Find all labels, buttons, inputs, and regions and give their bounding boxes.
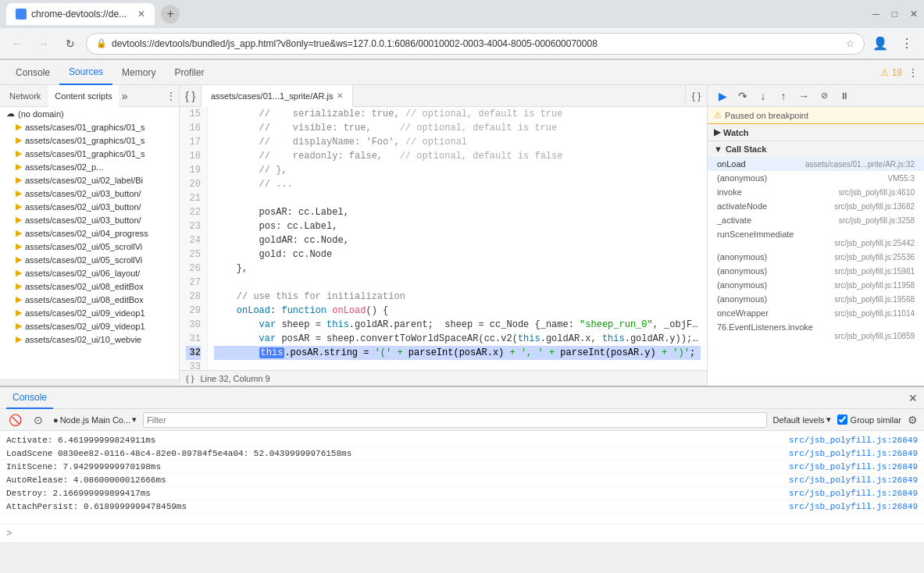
- clear-console-button[interactable]: 🚫: [6, 411, 23, 429]
- maximize-icon[interactable]: □: [892, 9, 897, 20]
- call-stack-item[interactable]: onceWrapper src/jsb_polyfill.js:11014: [708, 306, 924, 320]
- console-settings-icon[interactable]: ⚙: [908, 414, 918, 426]
- list-item[interactable]: ▶ assets/cases/02_ui/02_label/Bi: [0, 173, 179, 187]
- folder-icon: ▶: [16, 308, 22, 318]
- minimize-icon[interactable]: ─: [872, 9, 879, 20]
- console-msg: LoadScene 0830ee82-0116-48c4-82e0-89784f…: [6, 449, 351, 458]
- address-bar[interactable]: 🔒 devtools://devtools/bundled/js_app.htm…: [86, 33, 865, 55]
- reload-button[interactable]: ↻: [59, 33, 81, 55]
- list-item[interactable]: ▶ assets/cases/02_ui/04_progress: [0, 226, 179, 240]
- file-panel-options-icon[interactable]: ⋮: [166, 91, 176, 101]
- format-icon[interactable]: { }: [685, 85, 707, 107]
- console-src[interactable]: src/jsb_polyfill.js:26849: [789, 489, 918, 498]
- resume-button[interactable]: ▶: [714, 87, 731, 105]
- call-stack-item[interactable]: (anonymous) src/jsb_polyfill.js:19568: [708, 292, 924, 306]
- call-stack-item[interactable]: (anonymous) src/jsb_polyfill.js:15981: [708, 264, 924, 278]
- call-stack-fn: (anonymous): [717, 294, 767, 304]
- console-src[interactable]: src/jsb_polyfill.js:26849: [789, 502, 918, 511]
- list-item[interactable]: ▶ assets/cases/02_ui/03_button/: [0, 200, 179, 213]
- tab-console[interactable]: Console: [6, 60, 59, 85]
- user-icon[interactable]: 👤: [869, 33, 891, 55]
- call-stack-fn: _activate: [717, 215, 751, 225]
- tab-network[interactable]: Network: [3, 85, 47, 107]
- tab-content-scripts[interactable]: Content scripts: [48, 85, 118, 107]
- list-item[interactable]: ▶ assets/cases/02_ui/05_scrollVi: [0, 253, 179, 266]
- list-item[interactable]: ▶ assets/cases/02_ui/08_editBox: [0, 293, 179, 306]
- editor-tab-close-icon[interactable]: ✕: [337, 91, 343, 100]
- browser-menu-icon[interactable]: ⋮: [896, 33, 918, 55]
- editor-tab-file[interactable]: assets/cases/01...1_sprite/AR.js ✕: [202, 85, 353, 107]
- console-src[interactable]: src/jsb_polyfill.js:26849: [789, 462, 918, 472]
- list-item[interactable]: ▶ assets/cases/01_graphics/01_s: [0, 133, 179, 147]
- list-item[interactable]: ▶ assets/cases/02_p...: [0, 160, 179, 173]
- close-icon[interactable]: ✕: [910, 9, 918, 20]
- console-close-button[interactable]: ✕: [908, 392, 918, 404]
- console-src[interactable]: src/jsb_polyfill.js:26849: [789, 475, 918, 485]
- call-stack-item[interactable]: (anonymous) src/jsb_polyfill.js:25536: [708, 250, 924, 264]
- step-into-button[interactable]: ↓: [755, 87, 772, 105]
- list-item[interactable]: ▶ assets/cases/02_ui/06_layout/: [0, 266, 179, 279]
- group-similar-checkbox[interactable]: [837, 415, 847, 425]
- console-src[interactable]: src/jsb_polyfill.js:26849: [789, 449, 918, 458]
- call-stack-loc: src/jsb_polyfill.js:15981: [834, 267, 915, 276]
- call-stack-section-header[interactable]: ▼ Call Stack: [708, 141, 924, 157]
- call-stack-item[interactable]: 76.EventListeners.invoke src/jsb_polyfil…: [708, 320, 924, 343]
- new-tab-button[interactable]: +: [161, 5, 180, 23]
- code-line: },: [214, 262, 701, 276]
- folder-icon: ▶: [16, 268, 22, 278]
- tab-sources[interactable]: Sources: [59, 60, 112, 85]
- tab-more-icon[interactable]: »: [122, 90, 128, 102]
- console-levels-selector[interactable]: Default levels ▾: [773, 415, 831, 425]
- list-item[interactable]: ▶ assets/cases/01_graphics/01_s: [0, 120, 179, 133]
- console-top-button[interactable]: ⊙: [30, 411, 47, 429]
- devtools-more-menu[interactable]: ⋮: [908, 67, 918, 78]
- tab-close-icon[interactable]: ✕: [137, 9, 145, 20]
- call-stack-item[interactable]: _activate src/jsb_polyfill.js:3258: [708, 213, 924, 227]
- watch-section-header[interactable]: ▶ Watch: [708, 124, 924, 141]
- call-stack-loc: VM55:3: [888, 174, 915, 183]
- folder-icon: ▶: [16, 294, 22, 304]
- call-stack-loc: src/jsb_polyfill.js:10859: [834, 332, 915, 340]
- back-button[interactable]: ←: [6, 33, 28, 55]
- file-panel-scrollbar[interactable]: [0, 379, 179, 386]
- console-tab-console[interactable]: Console: [6, 387, 53, 409]
- forward-button[interactable]: →: [33, 33, 55, 55]
- step-out-button[interactable]: ↑: [775, 87, 792, 105]
- browser-tab[interactable]: chrome-devtools://de... ✕: [6, 3, 155, 25]
- list-item[interactable]: ▶ assets/cases/02_ui/09_videop1: [0, 319, 179, 333]
- console-src[interactable]: src/jsb_polyfill.js:26849: [789, 436, 918, 445]
- bookmark-icon[interactable]: ☆: [846, 38, 854, 49]
- step-button[interactable]: →: [795, 87, 812, 105]
- console-input[interactable]: [15, 529, 918, 538]
- call-stack-item[interactable]: invoke src/jsb_polyfill.js:4610: [708, 185, 924, 199]
- code-line: // visible: true, // optional, default i…: [214, 121, 701, 135]
- call-stack-item[interactable]: runSceneImmediate src/jsb_polyfill.js:25…: [708, 227, 924, 250]
- console-context-selector[interactable]: ● Node.js Main Co... ▾: [53, 415, 137, 425]
- deactivate-breakpoints-button[interactable]: ⊘: [815, 87, 833, 105]
- code-line: onLoad: function onLoad() {: [214, 304, 701, 318]
- list-item[interactable]: ▶ assets/cases/02_ui/10_webvie: [0, 333, 179, 346]
- pause-on-exceptions-button[interactable]: ⏸: [836, 87, 853, 105]
- console-line: Destroy: 2.166999999899417ms src/jsb_pol…: [0, 487, 924, 500]
- call-stack-item[interactable]: activateNode src/jsb_polyfill.js:13682: [708, 199, 924, 213]
- list-item[interactable]: ☁ (no domain): [0, 107, 179, 120]
- debug-panel: ▶ ↷ ↓ ↑ → ⊘ ⏸ ⚠ Paused on breakpoint ▶ W: [707, 85, 924, 386]
- step-over-button[interactable]: ↷: [734, 87, 751, 105]
- folder-icon: ▶: [16, 162, 22, 172]
- call-stack-item[interactable]: (anonymous) src/jsb_polyfill.js:11958: [708, 278, 924, 292]
- call-stack-item[interactable]: onLoad assets/cases/01...prite/AR.js:32: [708, 157, 924, 171]
- context-label: Node.js Main Co...: [60, 415, 130, 425]
- code-line: // displayName: 'Foo', // optional: [214, 135, 701, 149]
- tab-memory[interactable]: Memory: [112, 60, 165, 85]
- list-item[interactable]: ▶ assets/cases/01_graphics/01_s: [0, 147, 179, 160]
- editor-tab-btn[interactable]: { }: [180, 85, 202, 107]
- console-filter-input[interactable]: [143, 412, 766, 428]
- tab-profiler[interactable]: Profiler: [165, 60, 213, 85]
- format-icon[interactable]: { }: [186, 374, 194, 383]
- list-item[interactable]: ▶ assets/cases/02_ui/03_button/: [0, 213, 179, 226]
- list-item[interactable]: ▶ assets/cases/02_ui/08_editBox: [0, 279, 179, 293]
- call-stack-item[interactable]: (anonymous) VM55:3: [708, 171, 924, 185]
- list-item[interactable]: ▶ assets/cases/02_ui/05_scrollVi: [0, 240, 179, 253]
- list-item[interactable]: ▶ assets/cases/02_ui/03_button/: [0, 187, 179, 200]
- list-item[interactable]: ▶ assets/cases/02_ui/09_videop1: [0, 306, 179, 319]
